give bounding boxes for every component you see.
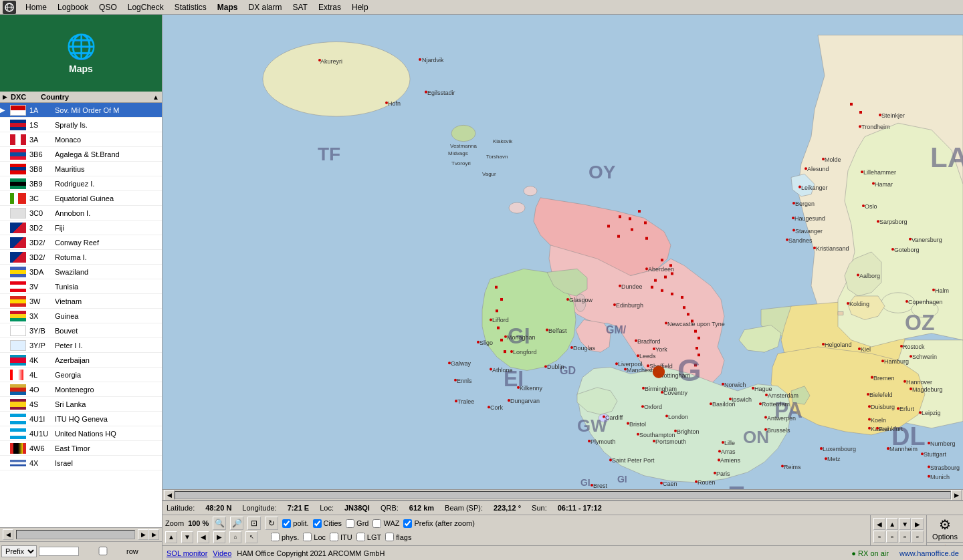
zoom-out-btn[interactable]: 🔎 (230, 517, 243, 530)
dxc-row[interactable]: 3DASwaziland (0, 265, 162, 279)
refresh-btn[interactable]: ↻ (265, 517, 278, 530)
dxc-name: Agalega & St.Brand (55, 150, 162, 158)
loc-checkbox[interactable] (303, 533, 312, 541)
sidebar-hscroll-track[interactable] (16, 530, 135, 539)
cities-checkbox[interactable] (313, 519, 322, 528)
nav-bm[interactable]: « (886, 531, 898, 543)
grd-checkbox[interactable] (346, 519, 354, 528)
options-button[interactable]: ⚙ Options (927, 515, 963, 543)
prefix-select[interactable]: Prefix (1, 545, 37, 557)
dxc-row[interactable]: 3B6Agalega & St.Brand (0, 147, 162, 162)
dxc-name: Rotuma I. (55, 253, 162, 261)
dxc-row[interactable]: 3VTunisia (0, 279, 162, 294)
dxc-row[interactable]: ▶1ASov. Mil Order Of M (0, 103, 162, 118)
nav-home-btn[interactable]: ⌂ (229, 531, 241, 543)
zoom-fit-btn[interactable]: ⊡ (247, 517, 261, 530)
dxc-name: Tunisia (55, 283, 162, 291)
dxc-row[interactable]: 1SSpratly Is. (0, 118, 162, 132)
svg-point-232 (928, 475, 930, 478)
svg-text:Stavanger: Stavanger (795, 228, 823, 235)
lgt-checkbox[interactable] (356, 533, 365, 541)
dxc-row[interactable]: 4LGeorgia (0, 368, 162, 382)
menu-maps[interactable]: Maps (212, 1, 243, 13)
hscroll-track[interactable] (175, 491, 951, 499)
nav-br[interactable]: ▶ (912, 518, 924, 530)
video-link[interactable]: Video (213, 549, 231, 557)
prefix-input[interactable] (39, 547, 79, 556)
scroll-right2-btn[interactable]: ▶ (148, 529, 159, 540)
svg-point-202 (909, 355, 912, 358)
nav-tr[interactable]: ▲ (886, 518, 898, 530)
polit-checkbox[interactable] (282, 519, 291, 528)
dxc-row[interactable]: 3D2/Rotuma I. (0, 250, 162, 265)
svg-point-148 (637, 433, 639, 436)
col-dxc-header[interactable]: DXC (11, 93, 41, 101)
dxc-row[interactable]: 4SSri Lanka (0, 397, 162, 412)
nav-tl[interactable]: ◀ (873, 518, 885, 530)
col-country-header[interactable]: Country (41, 93, 152, 101)
nav-right-btn[interactable]: ▶ (213, 531, 225, 543)
nav-up-btn[interactable]: ▲ (165, 531, 177, 543)
svg-text:Plymouth: Plymouth (591, 438, 615, 445)
dxc-row[interactable]: 3Y/BBouvet (0, 323, 162, 338)
dxc-code: 3DA (28, 268, 55, 276)
scroll-right-arrow[interactable]: ▶ (951, 490, 962, 501)
svg-point-82 (566, 298, 569, 301)
scroll-left-arrow[interactable]: ◀ (164, 490, 175, 501)
sun-value: 06:11 - 17:12 (558, 504, 602, 512)
dxc-row[interactable]: 3C0Annobon I. (0, 206, 162, 221)
dxc-row[interactable]: 3B9Rodriguez I. (0, 176, 162, 191)
phys-checkbox[interactable] (271, 533, 280, 541)
map-canvas[interactable]: TF OY LA OZ GI EI GW GM/ GD G F PA ON DL… (163, 15, 963, 489)
menu-sat[interactable]: SAT (288, 1, 313, 13)
nav-down-btn[interactable]: ▼ (181, 531, 193, 543)
scroll-left-btn[interactable]: ◀ (3, 529, 13, 540)
sol-monitor-link[interactable]: SOL monitor (167, 549, 207, 557)
svg-point-222 (919, 411, 922, 414)
dxc-row[interactable]: 4KAzerbaijan (0, 353, 162, 368)
row-checkbox[interactable] (83, 547, 123, 555)
svg-point-78 (645, 267, 648, 270)
menu-dxalarm[interactable]: DX alarm (243, 1, 287, 13)
menu-logcheck[interactable]: LogCheck (122, 1, 169, 13)
scroll-up-arrow[interactable]: ▲ (152, 94, 159, 101)
svg-point-236 (928, 466, 930, 468)
menu-statistics[interactable]: Statistics (169, 1, 212, 13)
nav-bl2[interactable]: « (873, 531, 885, 543)
scroll-right-btn[interactable]: ▶ (138, 529, 148, 540)
nav-bm2[interactable]: » (899, 531, 911, 543)
svg-point-156 (859, 125, 861, 128)
dxc-row[interactable]: 4U1IITU HQ Geneva (0, 412, 162, 426)
nav-left-btn[interactable]: ◀ (197, 531, 209, 543)
nav-end-btn[interactable]: ↖ (245, 531, 257, 543)
dxc-row[interactable]: 4OMontenegro (0, 382, 162, 397)
waz-checkbox[interactable] (372, 519, 381, 528)
dxc-row[interactable]: 3Y/PPeter I I. (0, 338, 162, 353)
menu-help[interactable]: Help (346, 1, 374, 13)
zoom-in-btn[interactable]: 🔍 (213, 517, 226, 530)
dxc-code: 3Y/B (28, 327, 55, 335)
dxc-row[interactable]: 3AMonaco (0, 132, 162, 147)
dxc-row[interactable]: 4XIsrael (0, 456, 162, 470)
dxc-row[interactable]: 4U1UUnited Nations HQ (0, 426, 162, 441)
dxc-row[interactable]: 3WVietnam (0, 294, 162, 309)
dxc-row[interactable]: 4W6East Timor (0, 441, 162, 456)
flags-checkbox[interactable] (385, 533, 394, 541)
itu-checkbox[interactable] (330, 533, 338, 541)
dxc-row[interactable]: 3D2/Conway Reef (0, 235, 162, 250)
svg-point-260 (714, 472, 716, 474)
dxc-row[interactable]: 3XGuinea (0, 309, 162, 323)
dxc-row[interactable]: 3D2Fiji (0, 221, 162, 235)
menu-logbook[interactable]: Logbook (52, 1, 94, 13)
svg-point-9 (524, 186, 537, 196)
dxc-row[interactable]: 3CEquatorial Guinea (0, 191, 162, 206)
nav-br2[interactable]: » (912, 531, 924, 543)
menu-home[interactable]: Home (20, 1, 52, 13)
nav-bl[interactable]: ▼ (899, 518, 911, 530)
menu-qso[interactable]: QSO (94, 1, 122, 13)
dxc-name: Vietnam (55, 297, 162, 305)
svg-point-138 (665, 414, 668, 417)
dxc-row[interactable]: 3B8Mauritius (0, 162, 162, 176)
prefix-zoom-checkbox[interactable] (403, 519, 412, 528)
menu-extras[interactable]: Extras (313, 1, 346, 13)
